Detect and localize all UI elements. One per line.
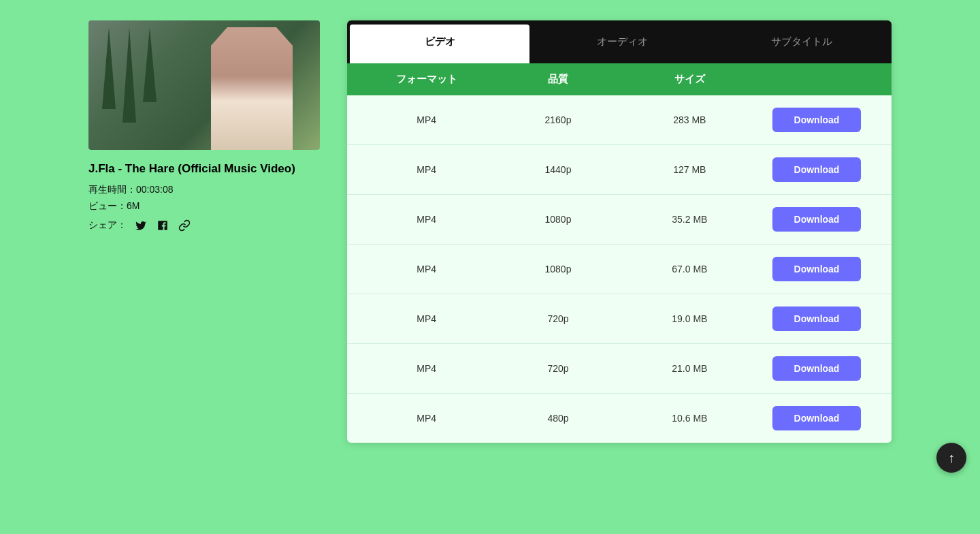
duration-value: 00:03:08 [136,184,174,195]
right-panel: ビデオ オーディオ サブタイトル フォーマット 品質 サイズ MP4 2160p… [347,20,892,443]
tab-subtitle[interactable]: サブタイトル [712,20,892,63]
table-body: MP4 2160p 283 MB Download MP4 1440p 127 … [347,95,892,443]
tab-audio[interactable]: オーディオ [532,20,712,63]
cell-download[interactable]: Download [755,406,878,430]
cell-quality: 1080p [492,264,623,274]
header-size: サイズ [624,73,755,86]
twitter-icon[interactable] [133,218,148,233]
table-row: MP4 720p 19.0 MB Download [347,294,892,344]
header-quality: 品質 [492,73,623,86]
tab-video[interactable]: ビデオ [350,25,529,63]
cell-size: 127 MB [624,164,755,175]
cell-size: 10.6 MB [624,413,755,424]
cell-download[interactable]: Download [755,108,878,132]
table-row: MP4 1080p 35.2 MB Download [347,195,892,245]
download-button[interactable]: Download [772,257,861,281]
cell-download[interactable]: Download [755,157,878,182]
download-button[interactable]: Download [772,207,861,232]
views-label: ビュー： [88,200,127,211]
video-title: J.Fla - The Hare (Official Music Video) [88,161,320,177]
download-button[interactable]: Download [772,157,861,182]
share-row: シェア： [88,218,320,233]
views-value: 6M [127,200,140,211]
cell-quality: 2160p [492,114,623,125]
table-row: MP4 480p 10.6 MB Download [347,394,892,443]
download-button[interactable]: Download [772,406,861,430]
cell-quality: 1440p [492,164,623,175]
video-info: J.Fla - The Hare (Official Music Video) … [88,161,320,233]
cell-size: 19.0 MB [624,313,755,324]
share-label: シェア： [88,219,127,232]
table-row: MP4 2160p 283 MB Download [347,95,892,145]
download-button[interactable]: Download [772,356,861,381]
cell-size: 283 MB [624,114,755,125]
cell-format: MP4 [361,363,492,374]
video-views: ビュー：6M [88,200,320,213]
cell-size: 35.2 MB [624,214,755,225]
cell-quality: 720p [492,313,623,324]
cell-download[interactable]: Download [755,257,878,281]
cell-quality: 720p [492,363,623,374]
table-row: MP4 720p 21.0 MB Download [347,344,892,394]
cell-format: MP4 [361,214,492,225]
video-thumbnail [88,20,320,150]
cell-size: 67.0 MB [624,264,755,274]
tree-1 [102,27,116,109]
cell-format: MP4 [361,164,492,175]
duration-label: 再生時間： [88,184,136,195]
thumbnail-figure [211,27,293,150]
download-button[interactable]: Download [772,307,861,331]
scroll-to-top-button[interactable]: ↑ [936,443,966,473]
facebook-icon[interactable] [155,218,170,233]
table-header: フォーマット 品質 サイズ [347,63,892,95]
cell-format: MP4 [361,413,492,424]
link-icon[interactable] [177,218,192,233]
left-panel: J.Fla - The Hare (Official Music Video) … [88,20,320,233]
thumbnail-trees [102,27,157,123]
cell-size: 21.0 MB [624,363,755,374]
cell-quality: 1080p [492,214,623,225]
cell-quality: 480p [492,413,623,424]
tab-bar: ビデオ オーディオ サブタイトル [347,20,892,63]
header-action [755,73,878,86]
cell-format: MP4 [361,313,492,324]
video-duration: 再生時間：00:03:08 [88,184,320,196]
tree-3 [143,27,157,102]
cell-download[interactable]: Download [755,207,878,232]
table-row: MP4 1440p 127 MB Download [347,145,892,195]
cell-format: MP4 [361,114,492,125]
cell-download[interactable]: Download [755,356,878,381]
header-format: フォーマット [361,73,492,86]
cell-download[interactable]: Download [755,307,878,331]
table-row: MP4 1080p 67.0 MB Download [347,245,892,294]
cell-format: MP4 [361,264,492,274]
download-button[interactable]: Download [772,108,861,132]
tree-2 [122,27,136,123]
